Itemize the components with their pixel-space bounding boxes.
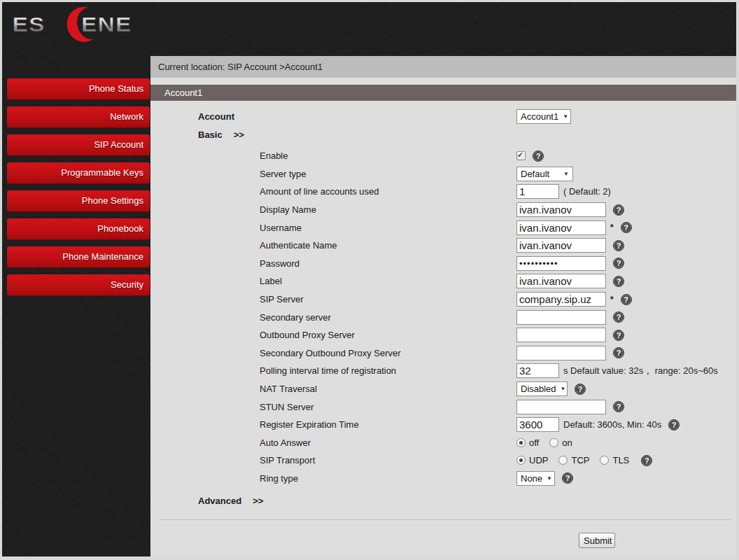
outbound-proxy-input[interactable] — [516, 328, 606, 342]
help-icon[interactable]: ? — [613, 258, 624, 269]
submit-button[interactable]: Submit — [579, 533, 615, 548]
secondary-outbound-proxy-input[interactable] — [516, 346, 606, 360]
section-title: Account1 — [150, 85, 736, 101]
sip-transport-udp-label: UDP — [529, 455, 548, 465]
password-label: Password — [150, 258, 516, 269]
register-expiration-note: Default: 3600s, Min: 40s — [563, 419, 661, 430]
sidebar-item-phone-settings[interactable]: Phone Settings — [7, 190, 150, 212]
field-row-sip-transport: SIP Transport UDP TCP TLS ? — [150, 451, 736, 470]
account-select-value: Account1 — [521, 111, 558, 122]
line-accounts-input[interactable] — [516, 184, 559, 199]
secondary-server-label: Secondary server — [150, 312, 516, 323]
field-row-ring-type: Ring type None ▼ ? — [150, 470, 736, 488]
ring-type-label: Ring type — [150, 473, 516, 484]
help-icon[interactable]: ? — [575, 384, 586, 395]
auto-answer-label: Auto Answer — [150, 438, 516, 448]
advanced-arrows-icon: >> — [253, 496, 263, 506]
advanced-toggle[interactable]: Advanced>> — [150, 496, 516, 506]
sidebar-item-sip-account[interactable]: SIP Account — [7, 134, 150, 156]
submit-row: Submit — [150, 533, 736, 548]
auto-answer-on-label: on — [562, 438, 572, 448]
auto-answer-on-radio[interactable] — [549, 438, 558, 447]
line-accounts-note: ( Default: 2) — [563, 186, 611, 197]
basic-toggle-row: Basic>> — [150, 125, 736, 144]
account-label: Account — [150, 111, 516, 122]
field-row-register-expiration: Register Expiration Time Default: 3600s,… — [150, 416, 736, 434]
enable-checkbox[interactable] — [516, 151, 526, 160]
auto-answer-off-radio[interactable] — [516, 438, 526, 447]
band-gap — [150, 78, 736, 85]
help-icon[interactable]: ? — [562, 472, 573, 484]
polling-interval-label: Polling interval time of registration — [150, 365, 516, 376]
breadcrumb: Current location: SIP Account >Account1 — [150, 56, 736, 78]
field-row-auth-name: Authenticate Name ? — [150, 237, 736, 255]
account-select[interactable]: Account1 ▼ — [516, 109, 571, 124]
enable-label: Enable — [150, 150, 516, 161]
auth-name-input[interactable] — [516, 238, 606, 253]
auto-answer-off-label: off — [529, 438, 539, 448]
field-row-nat-traversal: NAT Traversal Disabled ▼ ? — [150, 380, 736, 398]
page-shell: Phone Status Network SIP Account Program… — [2, 2, 736, 556]
help-icon[interactable]: ? — [613, 347, 624, 358]
help-icon[interactable]: ? — [613, 330, 624, 341]
line-accounts-label: Amount of line accounts used — [150, 186, 516, 197]
username-input[interactable] — [516, 220, 606, 235]
ring-type-value: None — [521, 473, 542, 484]
sidebar-menu: Phone Status Network SIP Account Program… — [7, 78, 150, 302]
field-row-label: Label ? — [150, 272, 736, 290]
sip-transport-tls-radio[interactable] — [600, 456, 609, 465]
help-icon[interactable]: ? — [641, 455, 652, 466]
sip-transport-udp-radio[interactable] — [516, 456, 526, 465]
main-content: Current location: SIP Account >Account1 … — [150, 56, 736, 556]
sip-transport-label: SIP Transport — [150, 455, 516, 465]
password-input[interactable] — [516, 256, 606, 271]
sidebar: Phone Status Network SIP Account Program… — [2, 2, 150, 556]
help-icon[interactable]: ? — [613, 276, 624, 287]
field-row-display-name: Display Name ? — [150, 201, 736, 219]
sidebar-item-phone-status[interactable]: Phone Status — [7, 78, 150, 100]
sidebar-item-security[interactable]: Security — [7, 274, 150, 296]
auth-name-label: Authenticate Name — [150, 240, 516, 251]
help-icon[interactable]: ? — [613, 204, 624, 216]
help-icon[interactable]: ? — [613, 240, 624, 251]
dropdown-arrow-icon: ▼ — [556, 386, 566, 392]
help-icon[interactable]: ? — [668, 419, 680, 430]
escene-web-config: Phone Status Network SIP Account Program… — [0, 0, 739, 560]
field-row-auto-answer: Auto Answer off on — [150, 434, 736, 452]
field-row-sip-server: SIP Server * ? — [150, 290, 736, 309]
basic-label: Basic — [198, 130, 223, 140]
server-type-select[interactable]: Default ▼ — [516, 167, 573, 181]
nat-traversal-select[interactable]: Disabled ▼ — [516, 382, 568, 396]
sip-transport-tls-label: TLS — [612, 455, 629, 465]
display-name-input[interactable] — [516, 202, 606, 217]
field-row-secondary-outbound-proxy: Secondary Outbound Proxy Server ? — [150, 344, 736, 363]
help-icon[interactable]: ? — [613, 401, 624, 412]
field-row-enable: Enable ? — [150, 147, 736, 165]
polling-interval-note: s Default value: 32s， range: 20s~60s — [563, 365, 718, 377]
ring-type-select[interactable]: None ▼ — [516, 471, 555, 486]
escene-logo: ES ENE — [9, 5, 146, 43]
stun-server-label: STUN Server — [150, 402, 516, 412]
help-icon[interactable]: ? — [533, 150, 544, 162]
help-icon[interactable]: ? — [613, 312, 624, 323]
advanced-label: Advanced — [198, 496, 241, 506]
nat-traversal-label: NAT Traversal — [150, 384, 516, 394]
sidebar-item-phonebook[interactable]: Phonebook — [7, 218, 150, 240]
sidebar-item-network[interactable]: Network — [7, 106, 150, 128]
sip-transport-tcp-radio[interactable] — [558, 456, 568, 465]
register-expiration-input[interactable] — [516, 417, 559, 432]
server-type-label: Server type — [150, 169, 516, 179]
field-row-outbound-proxy: Outbound Proxy Server ? — [150, 326, 736, 344]
register-expiration-label: Register Expiration Time — [150, 419, 516, 430]
stun-server-input[interactable] — [516, 400, 606, 414]
polling-interval-input[interactable] — [516, 363, 559, 378]
label-input[interactable] — [516, 274, 606, 288]
help-icon[interactable]: ? — [621, 294, 632, 305]
sip-server-input[interactable] — [516, 292, 606, 307]
basic-toggle[interactable]: Basic>> — [150, 130, 516, 140]
sidebar-item-phone-maintenance[interactable]: Phone Maintenance — [7, 246, 150, 268]
sidebar-item-programmable-keys[interactable]: Programmable Keys — [7, 162, 150, 184]
help-icon[interactable]: ? — [621, 222, 632, 233]
secondary-outbound-proxy-label: Secondary Outbound Proxy Server — [150, 348, 516, 358]
secondary-server-input[interactable] — [516, 310, 606, 325]
